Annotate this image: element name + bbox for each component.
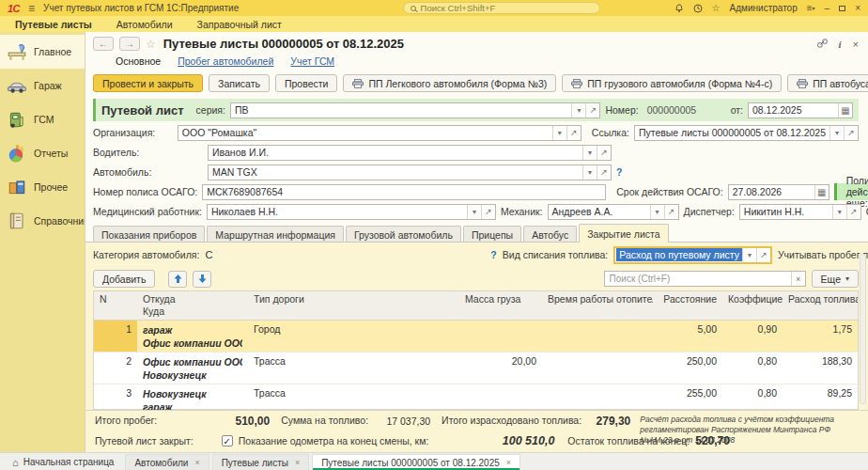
reference-field[interactable]: Путевые листы 000000005 от 08.12.2025 [634, 125, 859, 141]
open-icon[interactable] [481, 205, 495, 219]
osago-term-field[interactable]: 27.08.2026 [728, 184, 829, 200]
close-tab-icon[interactable]: × [194, 458, 199, 467]
print-car-form-button[interactable]: ПП Легкового автомобиля (Форма №3) [343, 74, 556, 92]
back-arrow-icon[interactable] [93, 37, 114, 51]
favorite-star-icon[interactable]: ☆ [146, 38, 156, 51]
tab-trailers[interactable]: Прицепы [463, 226, 521, 243]
maximize-icon[interactable] [839, 6, 845, 11]
driver-field[interactable]: Иванов И.И. [208, 145, 612, 161]
current-user[interactable]: Администратор [730, 3, 798, 13]
minimize-icon[interactable]: – [825, 3, 830, 13]
dropdown-icon[interactable] [832, 205, 846, 219]
col-road-type[interactable]: Тип дороги [248, 291, 459, 320]
global-search-input[interactable]: Поиск Ctrl+Shift+F [403, 2, 600, 14]
medic-field[interactable]: Николаев Н.Н. [207, 204, 496, 220]
print-truck-form-button[interactable]: ПП грузового автомобиля (Форма №4-с) [562, 74, 782, 92]
dropdown-icon[interactable] [582, 146, 597, 160]
close-document-icon[interactable]: × [853, 39, 859, 50]
col-heater-time[interactable]: Время работы отопителя [542, 291, 653, 320]
fuel-writeoff-field[interactable]: Расход по путевому листу [613, 246, 772, 264]
table-search-input[interactable]: Поиск (Ctrl+F) × [604, 271, 806, 287]
dropdown-icon[interactable] [650, 205, 664, 219]
history-clock-icon[interactable] [693, 4, 703, 13]
close-window-icon[interactable]: × [855, 3, 860, 13]
sidebar-item-main[interactable]: Главное [0, 35, 85, 69]
open-icon[interactable] [844, 126, 858, 140]
tab-gauges[interactable]: Показания приборов [93, 226, 205, 243]
grid-toolbar: Добавить Поиск (Ctrl+F) × Еще▾ [93, 267, 859, 290]
dropdown-icon[interactable] [552, 126, 566, 140]
calendar-icon[interactable] [814, 185, 829, 199]
taskbar-tab-waybills[interactable]: Путевые листы × [212, 454, 310, 470]
close-tab-icon[interactable]: × [295, 458, 300, 467]
dispatcher-field[interactable]: Никитин Н.Н. [739, 204, 861, 220]
open-icon[interactable] [756, 248, 770, 262]
table-vertical-scrollbar[interactable] [860, 254, 866, 404]
forward-arrow-icon[interactable] [119, 37, 140, 51]
tab-truck[interactable]: Грузовой автомобиль [346, 226, 461, 243]
organization-field[interactable]: ООО "Ромашка" [178, 125, 581, 141]
tab-sheet-closing[interactable]: Закрытие листа [579, 224, 668, 243]
close-tab-icon[interactable]: × [506, 458, 511, 467]
osago-policy-field[interactable]: МСК7689087654 [202, 184, 606, 200]
calendar-icon[interactable] [838, 103, 852, 118]
taskbar-tab-cars[interactable]: Автомобили × [125, 454, 209, 470]
sheet-closed-checkbox[interactable]: ✓ [222, 435, 233, 446]
dropdown-icon[interactable] [829, 126, 844, 140]
sidebar-item-other[interactable]: Прочее [0, 170, 85, 204]
settings-menu-icon[interactable]: ≡▾ [807, 3, 815, 13]
notifications-bell-icon[interactable] [674, 4, 684, 13]
dropdown-icon[interactable] [467, 205, 481, 219]
move-row-up-icon[interactable] [168, 271, 187, 288]
nav-main[interactable]: Основное [116, 55, 161, 67]
clear-search-icon[interactable]: × [791, 272, 805, 286]
table-row[interactable]: 2 Офис компании ООО "Ромашка" Новокузнец… [94, 352, 858, 384]
sidebar-item-reports[interactable]: Отчеты [0, 136, 85, 170]
date-field[interactable]: 08.12.2025 [748, 102, 853, 118]
col-from-to[interactable]: Откуда Куда [137, 291, 248, 320]
dropdown-icon[interactable] [742, 248, 756, 262]
home-page-tab[interactable]: ⌂ Начальная страница [4, 454, 122, 470]
fuel-type-help-icon[interactable]: ? [490, 249, 496, 260]
sidebar-item-garage[interactable]: Гараж [0, 69, 85, 102]
post-and-close-button[interactable]: Провести и закрыть [93, 74, 203, 92]
car-field[interactable]: MAN TGX [208, 164, 612, 180]
sidebar-item-fuel[interactable]: ГСМ [0, 102, 85, 136]
dropdown-icon[interactable] [571, 103, 585, 118]
menu-item-waybills[interactable]: Путевые листы [15, 19, 92, 30]
menu-item-refuel-sheet[interactable]: Заправочный лист [197, 19, 282, 30]
mechanic-field[interactable]: Андреев А.А. [548, 204, 679, 220]
print-bus-form-button[interactable]: ПП автобуса (Форма 6спец) [787, 74, 868, 92]
info-icon[interactable]: i [839, 39, 842, 50]
open-icon[interactable] [566, 126, 581, 140]
dropdown-icon[interactable] [582, 165, 597, 180]
col-n[interactable]: N [94, 291, 137, 320]
open-icon[interactable] [846, 205, 860, 219]
post-button[interactable]: Провести [275, 74, 337, 92]
table-row[interactable]: 1 гараж Офис компании ООО "Ромашка" Горо… [94, 321, 858, 352]
col-fuel-consumption[interactable]: Расход топлива [783, 291, 858, 320]
favorites-star-icon[interactable]: ☆ [712, 3, 721, 13]
sidebar-item-catalogs[interactable]: Справочники [0, 204, 85, 238]
nav-car-mileage[interactable]: Пробег автомобилей [178, 55, 273, 67]
col-cargo-mass[interactable]: Масса груза [459, 291, 542, 320]
col-distance[interactable]: Расстояние [653, 291, 722, 320]
tab-route-info[interactable]: Маршрутная информация [207, 226, 344, 243]
add-row-button[interactable]: Добавить [93, 270, 155, 288]
nav-fuel-accounting[interactable]: Учет ГСМ [290, 55, 334, 67]
open-icon[interactable] [597, 165, 611, 180]
move-row-down-icon[interactable] [193, 271, 211, 288]
menu-item-cars[interactable]: Автомобили [116, 19, 173, 30]
save-button[interactable]: Записать [209, 74, 270, 92]
car-help-icon[interactable]: ? [616, 166, 622, 178]
open-icon[interactable] [597, 146, 611, 160]
col-coefficient[interactable]: Коэффициент [722, 291, 783, 320]
taskbar-tab-current-waybill[interactable]: Путевые листы 000000005 от 08.12.2025 × [312, 454, 520, 470]
grid-more-button[interactable]: Еще▾ [812, 270, 859, 288]
open-icon[interactable] [664, 205, 678, 219]
tab-bus[interactable]: Автобус [523, 226, 577, 243]
get-link-icon[interactable] [817, 39, 828, 50]
series-field[interactable]: ПВ [230, 102, 600, 118]
main-menu-icon[interactable]: ≡ [28, 2, 35, 15]
open-icon[interactable] [585, 103, 599, 118]
